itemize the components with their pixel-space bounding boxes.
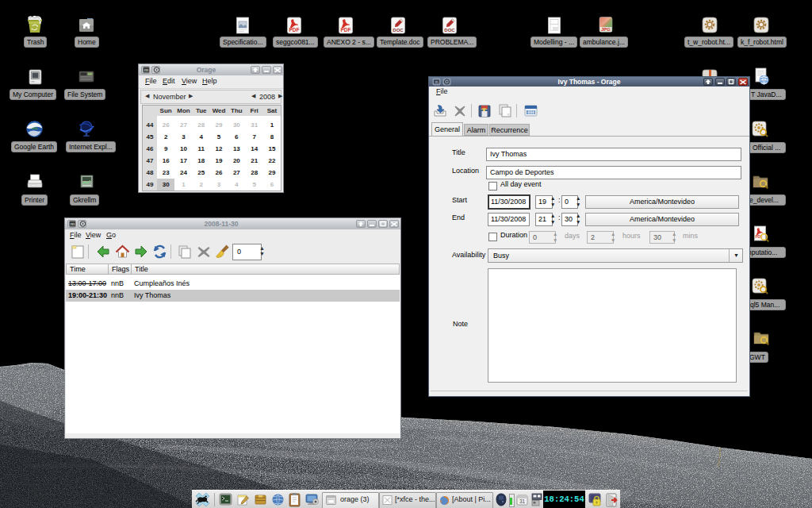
svg-text:m: m (144, 67, 148, 72)
svg-text:31: 31 (519, 498, 526, 504)
svg-text:m: m (71, 221, 75, 226)
svg-text:m: m (435, 79, 438, 84)
svg-text:PDF: PDF (289, 27, 300, 33)
svg-text:DOC: DOC (393, 28, 404, 33)
svg-text:JPG: JPG (601, 27, 611, 32)
svg-text:PDF: PDF (341, 27, 351, 33)
svg-text:DOC: DOC (444, 28, 455, 33)
